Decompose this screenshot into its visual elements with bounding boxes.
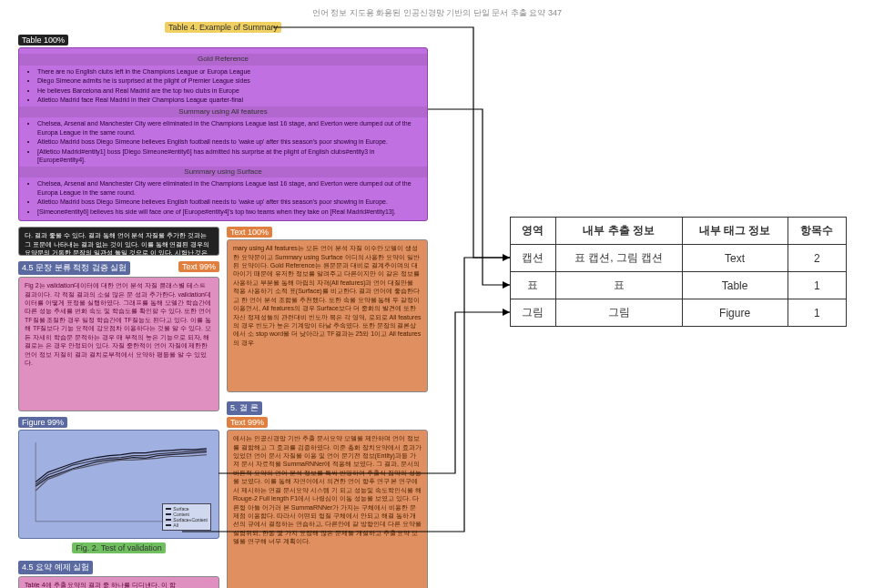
- region-info-table: 영역 내부 추출 정보 내부 태그 정보 항목수 캡션 표 캡션, 그림 캡션 …: [510, 217, 847, 327]
- figure-block: Surface Content Surface+Content All: [18, 430, 219, 539]
- legend-item: Surface+Content: [173, 517, 208, 522]
- all-features-header: Summary using All features: [19, 106, 427, 118]
- all-item: Chelsea, Arsenal and Manchester City wer…: [37, 119, 422, 137]
- figure-pct-label: Figure 99%: [18, 417, 67, 428]
- surface-list: Chelsea, Arsenal and Manchester City wer…: [37, 179, 422, 216]
- table-caption-label: Table 4. Example of Summary: [165, 22, 281, 33]
- text-pct-label: Text 100%: [227, 227, 272, 238]
- gold-ref-list: There are no English clubs left in the C…: [37, 67, 422, 105]
- gold-item: Atletico Madrid face Real Madrid in thei…: [37, 96, 422, 104]
- surf-item: [Simeone#entity6] believes his side will…: [37, 208, 422, 216]
- cell: Figure: [682, 299, 788, 327]
- cell: 캡션: [511, 245, 556, 272]
- cell: 표: [511, 272, 556, 299]
- cell: 2: [788, 245, 846, 272]
- th-tag: 내부 태그 정보: [682, 218, 788, 245]
- gold-item: Diego Simeone admits he is surprised at …: [37, 76, 422, 85]
- page-header: 언어 정보 지도용 화용된 인공신경망 기반의 단일 문서 추출 요약 347: [0, 7, 874, 19]
- table-row: 표 표 Table 1: [511, 272, 847, 299]
- table-pct-label: Table 100%: [18, 35, 68, 46]
- svg-marker-3: [503, 281, 510, 289]
- pink-text-block-1: Fig 2는 validation데이터에 대한 언어 분석 자질 클래스별 테…: [18, 277, 219, 411]
- pink-text-block-2: Table 4에 추출 요약의 결과 중 하나를 디디낸다. 이 함: [18, 576, 219, 588]
- gold-ref-header: Gold Reference: [19, 54, 427, 66]
- orange-text-block-1: mary using All features는 모든 언어 분석 자질 이수안…: [227, 239, 428, 392]
- legend-item: All: [173, 522, 178, 528]
- section-5-label: 5. 결 론: [227, 401, 262, 415]
- section-4-5-1-label: 4.5 문장 분류 적정 검증 실험: [18, 261, 130, 275]
- summary-table-block: Gold Reference There are no English club…: [18, 47, 428, 221]
- text99-label-a: Text 99%: [178, 261, 219, 272]
- text-block-dark: 다. 결과 좋을 수 있다. 결과 통해 언어 분석 자질을 추가한 것과는 그…: [18, 227, 219, 256]
- surf-item: Chelsea, Arsenal and Manchester City wer…: [37, 179, 422, 197]
- th-extract: 내부 추출 정보: [555, 218, 682, 245]
- table-row: 그림 그림 Figure 1: [511, 299, 847, 327]
- table-row: 캡션 표 캡션, 그림 캡션 Text 2: [511, 245, 847, 272]
- cell: 표: [555, 272, 682, 299]
- th-count: 항목수: [788, 218, 846, 245]
- gold-item: There are no English clubs left in the C…: [37, 67, 422, 76]
- surf-item: Atletico Madrid boss Diego Simeone belie…: [37, 198, 422, 206]
- cell: 그림: [511, 299, 556, 327]
- cell: 1: [788, 272, 846, 299]
- orange-text-block-2: 에서는 인공신경망 기반 추출 문서요약 모델을 제안하며 언어 정보를 결함해…: [227, 430, 428, 588]
- cell: 1: [788, 299, 846, 327]
- chart-legend: Surface Content Surface+Content All: [162, 503, 211, 531]
- gold-item: He believes Barcelona and Real Madrid ar…: [37, 86, 422, 95]
- surface-header: Summary using Surface: [19, 167, 427, 178]
- all-item: Atletico Madrid boss Diego Simeone belie…: [37, 137, 422, 146]
- cell: 표 캡션, 그림 캡션: [555, 245, 682, 272]
- svg-marker-4: [503, 309, 510, 316]
- cell: Text: [682, 245, 788, 272]
- all-features-list: Chelsea, Arsenal and Manchester City wer…: [37, 119, 422, 164]
- th-region: 영역: [511, 218, 556, 245]
- cell: 그림: [555, 299, 682, 327]
- info-table-container: 영역 내부 추출 정보 내부 태그 정보 항목수 캡션 표 캡션, 그림 캡션 …: [510, 217, 847, 327]
- all-item: [Atletico Madrid#entity1] boss [Diego Si…: [37, 147, 422, 165]
- section-4-5-2-label: 4.5 요약 예제 실험: [18, 561, 93, 574]
- left-column: Table 4. Example of Summary Table 100% G…: [18, 22, 428, 588]
- figure-caption-label: Fig. 2. Test of validation: [72, 542, 165, 553]
- cell: Table: [682, 272, 788, 299]
- text99-label-b: Text 99%: [227, 417, 268, 428]
- svg-marker-2: [503, 254, 510, 261]
